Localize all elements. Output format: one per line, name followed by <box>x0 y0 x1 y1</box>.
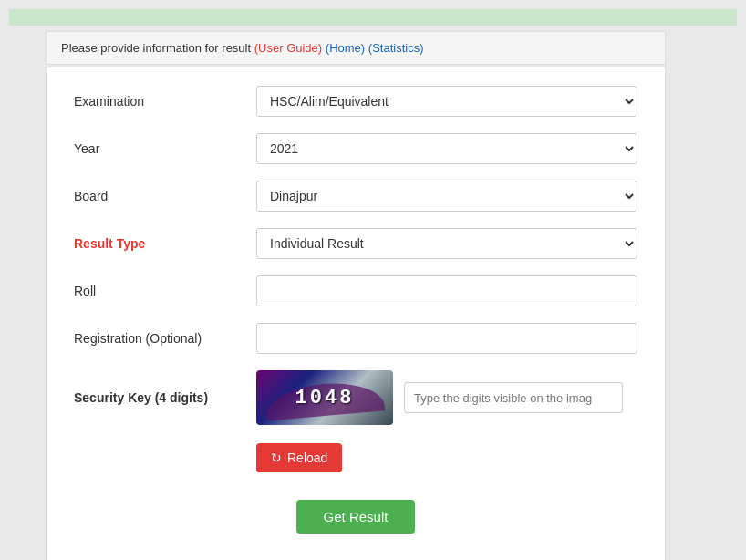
reload-button[interactable]: ↻ Reload <box>256 443 342 472</box>
result-type-label: Result Type <box>74 236 256 251</box>
reload-label: Reload <box>287 451 327 465</box>
roll-label: Roll <box>74 284 256 298</box>
form-container: Examination HSC/Alim/Equivalent SSC/Dakh… <box>46 67 666 560</box>
captcha-text: 1048 <box>295 387 355 410</box>
board-row: Board Dinajpur Dhaka Chittagong Rajshahi… <box>74 181 637 212</box>
registration-row: Registration (Optional) <box>74 323 637 354</box>
user-guide-link[interactable]: (User Guide) <box>254 41 322 55</box>
result-type-row: Result Type Individual Result Institutio… <box>74 228 637 259</box>
examination-label: Examination <box>74 94 256 109</box>
security-key-row: Security Key (4 digits) 1048 <box>74 370 637 425</box>
submit-row: Get Result <box>74 500 637 534</box>
board-select[interactable]: Dinajpur Dhaka Chittagong Rajshahi Sylhe… <box>256 181 637 212</box>
captcha-image: 1048 <box>256 370 393 425</box>
home-link[interactable]: (Home) <box>326 41 365 55</box>
registration-label: Registration (Optional) <box>74 331 256 346</box>
captcha-input[interactable] <box>404 382 623 413</box>
get-result-label: Get Result <box>324 509 389 524</box>
get-result-button[interactable]: Get Result <box>296 500 416 534</box>
examination-select[interactable]: HSC/Alim/Equivalent SSC/Dakhil/Equivalen… <box>256 86 637 117</box>
security-key-label: Security Key (4 digits) <box>74 390 256 405</box>
info-bar: Please provide information for result (U… <box>46 31 666 65</box>
top-bar <box>9 9 737 26</box>
board-label: Board <box>74 189 256 203</box>
roll-row: Roll <box>74 275 637 306</box>
year-select[interactable]: 2021 2020 2019 2018 <box>256 133 637 164</box>
roll-input[interactable] <box>256 275 637 306</box>
reload-icon: ↻ <box>271 451 282 465</box>
year-row: Year 2021 2020 2019 2018 <box>74 133 637 164</box>
registration-input[interactable] <box>256 323 637 354</box>
year-label: Year <box>74 141 256 156</box>
result-type-select[interactable]: Individual Result Institution Result <box>256 228 637 259</box>
examination-row: Examination HSC/Alim/Equivalent SSC/Dakh… <box>74 86 637 117</box>
statistics-link[interactable]: (Statistics) <box>368 41 424 55</box>
info-text: Please provide information for result <box>61 41 251 55</box>
